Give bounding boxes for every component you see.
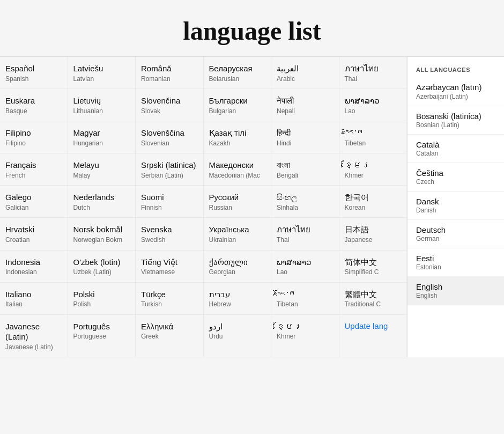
lang-cell[interactable]: БеларускаяBelarusian (204, 57, 272, 89)
sidebar-lang-native: Azərbaycan (latın) (416, 83, 495, 92)
lang-cell[interactable]: РусскийRussian (204, 186, 272, 218)
lang-native: Hrvatski (5, 224, 62, 235)
lang-native: नेपाली (277, 95, 333, 106)
lang-native: עברית (209, 289, 266, 300)
sidebar-lang-item[interactable]: DeutschGerman (407, 220, 504, 248)
lang-native: ខ្មែរ (277, 321, 333, 332)
lang-cell[interactable]: БългарскиBulgarian (204, 89, 272, 121)
page-title: language list (0, 16, 504, 46)
lang-native: Slovenščina (141, 128, 198, 138)
lang-english: Traditional C (345, 300, 402, 309)
lang-cell[interactable]: O'zbek (lotin)Uzbek (Latin) (68, 251, 136, 283)
sidebar-lang-native: Deutsch (416, 225, 495, 234)
lang-cell[interactable]: МакедонскиMacedonian (Mac (204, 153, 272, 186)
lang-cell[interactable]: རྫོང་ཁTibetan (271, 283, 339, 315)
lang-cell[interactable]: বাংলাBengali (271, 153, 339, 186)
lang-cell[interactable]: PolskiPolish (68, 283, 136, 315)
lang-cell[interactable]: اردوUrdu (204, 315, 272, 358)
lang-cell[interactable]: 繁體中文Traditional C (339, 283, 407, 315)
language-grid: EspañolSpanishLatviešuLatvianRomânăRoman… (0, 57, 407, 357)
lang-cell[interactable]: FilipinoFilipino (0, 121, 68, 153)
lang-english: Arabic (277, 75, 333, 84)
sidebar-lang-item[interactable]: Azərbaycan (latın)Azerbaijani (Latin) (407, 77, 504, 106)
lang-native: Magyar (73, 128, 130, 138)
lang-cell[interactable]: Update lang (339, 315, 407, 358)
lang-cell[interactable]: Tiếng ViệtVietnamese (136, 251, 204, 283)
lang-cell[interactable]: IndonesiaIndonesian (0, 251, 68, 283)
lang-cell[interactable]: ภาษาไทยThai (339, 57, 407, 89)
lang-cell[interactable]: SlovenčinaSlovak (136, 89, 204, 121)
sidebar-lang-item[interactable]: EnglishEnglish (407, 277, 504, 305)
sidebar-lang-native: Bosanski (latinica) (416, 112, 495, 121)
lang-cell[interactable]: Norsk bokmålNorwegian Bokm (68, 218, 136, 250)
lang-cell[interactable]: TürkçeTurkish (136, 283, 204, 315)
lang-cell[interactable]: ItalianoItalian (0, 283, 68, 315)
lang-cell[interactable]: LatviešuLatvian (68, 57, 136, 89)
lang-cell[interactable]: FrançaisFrench (0, 153, 68, 186)
lang-cell[interactable]: MagyarHungarian (68, 121, 136, 153)
lang-native: Galego (5, 192, 62, 203)
lang-cell[interactable]: ΕλληνικάGreek (136, 315, 204, 358)
sidebar: ALL LANGUAGES Azərbaycan (latın)Azerbaij… (407, 57, 504, 357)
lang-cell[interactable]: ภาษาไทยThai (271, 218, 339, 250)
update-lang-link[interactable]: Update lang (345, 321, 388, 330)
lang-cell[interactable]: ພາສາລາວLao (271, 251, 339, 283)
lang-cell[interactable]: Srpski (latinica)Serbian (Latin) (136, 153, 204, 186)
lang-cell[interactable]: العربيةArabic (271, 57, 339, 89)
lang-native: Norsk bokmål (73, 224, 130, 235)
sidebar-lang-item[interactable]: Bosanski (latinica)Bosnian (Latin) (407, 106, 504, 135)
lang-native: རྫོང་ཁ (277, 289, 333, 300)
sidebar-lang-english: German (416, 235, 495, 242)
lang-english: Simplified C (345, 268, 402, 277)
lang-native: ພາສາລາວ (345, 95, 402, 106)
sidebar-lang-english: English (416, 292, 495, 299)
lang-cell[interactable]: ქართულიGeorgian (204, 251, 272, 283)
lang-cell[interactable]: PortuguêsPortuguese (68, 315, 136, 358)
lang-cell[interactable]: SuomiFinnish (136, 186, 204, 218)
lang-cell[interactable]: GalegoGalician (0, 186, 68, 218)
lang-cell[interactable]: עבריתHebrew (204, 283, 272, 315)
lang-cell[interactable]: RomânăRomanian (136, 57, 204, 89)
lang-cell[interactable]: Javanese (Latin)Javanese (Latin) (0, 315, 68, 358)
lang-cell[interactable]: 한국어Korean (339, 186, 407, 218)
lang-cell[interactable]: SvenskaSwedish (136, 218, 204, 250)
lang-english: Portuguese (73, 333, 130, 341)
lang-cell[interactable]: ខ្មែរKhmer (339, 153, 407, 186)
lang-cell[interactable]: Қазақ тіліKazakh (204, 121, 272, 153)
lang-english: Spanish (5, 75, 62, 84)
lang-english: Uzbek (Latin) (73, 268, 130, 277)
lang-native: Srpski (latinica) (141, 160, 198, 171)
lang-cell[interactable]: УкраїнськаUkrainian (204, 218, 272, 250)
sidebar-header: ALL LANGUAGES (407, 62, 504, 77)
sidebar-lang-item[interactable]: DanskDanish (407, 192, 504, 220)
lang-cell[interactable]: EspañolSpanish (0, 57, 68, 89)
sidebar-lang-item[interactable]: ČeštinaCzech (407, 163, 504, 192)
lang-cell[interactable]: ខ្មែរKhmer (271, 315, 339, 358)
lang-cell[interactable]: རྫོང་ཁTibetan (339, 121, 407, 153)
sidebar-lang-item[interactable]: EestiEstonian (407, 248, 504, 277)
lang-cell[interactable]: ພາສາລາວLao (339, 89, 407, 121)
lang-english: Lao (345, 107, 402, 116)
sidebar-lang-english: Danish (416, 207, 495, 214)
lang-english: Macedonian (Mac (209, 172, 266, 180)
sidebar-lang-item[interactable]: CatalàCatalan (407, 135, 504, 163)
lang-native: Indonesia (5, 257, 62, 268)
lang-cell[interactable]: LietuviųLithuanian (68, 89, 136, 121)
lang-cell[interactable]: NederlandsDutch (68, 186, 136, 218)
lang-cell[interactable]: SlovenščinaSlovenian (136, 121, 204, 153)
lang-cell[interactable]: EuskaraBasque (0, 89, 68, 121)
lang-cell[interactable]: MelayuMalay (68, 153, 136, 186)
lang-cell[interactable]: हिन्दीHindi (271, 121, 339, 153)
lang-native: 繁體中文 (345, 289, 402, 300)
lang-cell[interactable]: 日本語Japanese (339, 218, 407, 250)
lang-native: اردو (209, 321, 266, 332)
lang-cell[interactable]: नेपालीNepali (271, 89, 339, 121)
lang-english: Romanian (141, 75, 198, 84)
lang-cell[interactable]: සිංහලSinhala (271, 186, 339, 218)
lang-cell[interactable]: HrvatskiCroatian (0, 218, 68, 250)
lang-native: Slovenčina (141, 95, 198, 106)
lang-english: Swedish (141, 236, 198, 245)
lang-english: Sinhala (277, 204, 333, 212)
lang-cell[interactable]: 简体中文Simplified C (339, 251, 407, 283)
sidebar-lang-native: Čeština (416, 168, 495, 178)
